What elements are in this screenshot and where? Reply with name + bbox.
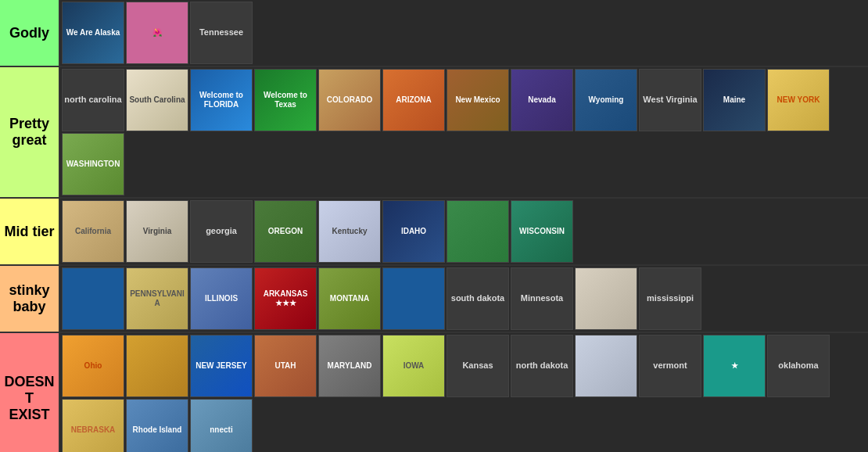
tier-label-pretty-great: Pretty great [0,67,59,197]
item-northdakota2[interactable] [575,335,637,397]
tier-items-godly: We Are Alaska🌺Tennessee [59,0,868,66]
item-arizona[interactable]: ARIZONA [382,69,445,131]
tier-row-mid: Mid tierCaliforniaVirginiageorgiaOREGONK… [0,199,868,266]
item-tennessee[interactable]: Tennessee [190,2,253,64]
item-rhodeisland[interactable]: Rhode Island [126,399,188,452]
item-georgia[interactable]: georgia [190,200,253,263]
item-label-arizona: ARIZONA [394,94,433,106]
item-alaska[interactable]: We Are Alaska [62,2,124,64]
item-nebraska[interactable]: NEBRASKA [62,399,124,452]
item-iowa[interactable]: IOWA [382,335,445,397]
item-texas[interactable]: Welcome to Texas [254,69,317,131]
item-westvirginia[interactable]: West Virginia [639,69,701,131]
item-nevada[interactable]: Nevada [511,69,573,131]
tier-label-stinky: stinky baby [0,266,59,332]
item-southcarolina[interactable]: South Carolina [126,69,188,131]
item-newjersey[interactable]: NEW JERSEY [190,335,253,397]
item-label-newyork: NEW YORK [776,94,822,106]
tier-row-pretty-great: Pretty greatnorth carolinaSouth Carolina… [0,67,868,199]
item-maryland[interactable]: MARYLAND [318,335,381,397]
item-label-utah: UTAH [273,360,297,372]
item-florida[interactable]: Welcome to FLORIDA [190,69,253,131]
tier-row-godly: GodlyWe Are Alaska🌺Tennessee [0,0,868,67]
item-label-kansas: Kansas [461,359,494,372]
item-idaho[interactable]: IDAHO [382,200,445,263]
item-connecticut[interactable]: nnecti [190,399,253,452]
item-label-illinois: ILLINOIS [203,292,239,305]
tier-items-pretty-great: north carolinaSouth CarolinaWelcome to F… [59,67,868,197]
item-label-newmexico: New Mexico [454,94,501,106]
item-label-hawaii: 🌺 [151,27,163,39]
item-illinois[interactable]: ILLINOIS [190,267,253,330]
item-vermont-img[interactable]: ★ [703,335,766,397]
item-kansas[interactable]: Kansas [447,335,509,397]
item-oregon[interactable]: OREGON [254,200,317,263]
item-label-alaska: We Are Alaska [65,27,122,39]
item-missouri[interactable] [126,335,188,397]
item-label-maine: Maine [722,94,747,106]
tier-label-godly: Godly [0,0,59,66]
item-label-wisconsin: WISCONSIN [518,225,566,238]
item-louisiana[interactable] [382,267,445,330]
item-wyoming[interactable]: Wyoming [575,69,637,131]
item-label-southdakota: south dakota [450,292,506,305]
item-ohio[interactable]: Ohio [62,335,124,397]
item-label-vermont-img: ★ [730,360,740,372]
item-label-idaho: IDAHO [400,225,428,238]
item-mississippi[interactable]: mississippi [639,267,701,330]
tier-items-stinky: PENNSYLVANIAILLINOISARKANSAS ★★★MONTANAs… [59,266,868,332]
item-northdakota[interactable]: north dakota [511,335,573,397]
item-label-maryland: MARYLAND [326,360,374,372]
item-vermont[interactable]: vermont [639,335,701,397]
tier-row-stinky: stinky babyPENNSYLVANIAILLINOISARKANSAS … [0,266,868,333]
item-california[interactable]: California [62,200,124,263]
item-label-newjersey: NEW JERSEY [194,360,249,372]
item-kentucky[interactable]: Kentucky [318,200,381,263]
item-label-mississippi: mississippi [645,292,695,305]
item-label-nevada: Nevada [526,94,558,106]
tier-label-doesnt-exist: DOESNT EXIST [0,333,59,452]
item-label-vermont: vermont [651,359,688,372]
item-label-rhodeisland: Rhode Island [131,424,184,436]
item-maine[interactable]: Maine [703,69,766,131]
item-label-oregon: OREGON [267,225,304,238]
item-label-florida: Welcome to FLORIDA [191,89,252,111]
item-southdakota[interactable]: south dakota [447,267,509,330]
item-massachusetts[interactable] [62,267,124,330]
item-label-westvirginia: West Virginia [641,93,698,106]
item-label-northdakota: north dakota [515,359,570,372]
item-label-arkansas: ARKANSAS ★★★ [255,288,316,310]
item-minnesota[interactable]: Minnesota [511,267,573,330]
item-label-nebraska: NEBRASKA [70,424,117,436]
item-northcarolina[interactable]: north carolina [62,69,124,131]
tier-row-doesnt-exist: DOESNT EXISTOhioNEW JERSEYUTAHMARYLANDIO… [0,333,868,452]
item-label-colorado: COLORADO [325,94,374,106]
item-wisconsin[interactable]: WISCONSIN [511,200,573,263]
item-label-connecticut: nnecti [208,424,234,436]
item-label-kentucky: Kentucky [330,225,368,238]
item-label-pennsylvania: PENNSYLVANIA [127,288,188,310]
item-newmexico[interactable]: New Mexico [447,69,509,131]
item-label-california: California [74,225,113,238]
item-virginia[interactable]: Virginia [126,200,188,263]
item-oklahoma[interactable]: oklahoma [767,335,830,397]
item-washington[interactable]: WASHINGTON [62,133,124,196]
item-newyork[interactable]: NEW YORK [767,69,830,131]
item-label-minnesota: Minnesota [519,292,565,305]
item-southdakota2[interactable] [575,267,637,330]
item-colorado[interactable]: COLORADO [318,69,381,131]
tier-items-mid: CaliforniaVirginiageorgiaOREGONKentuckyI… [59,199,868,264]
tier-list: GodlyWe Are Alaska🌺TennesseePretty great… [0,0,868,452]
item-label-wyoming: Wyoming [587,94,626,106]
item-montana[interactable]: MONTANA [318,267,381,330]
item-label-georgia: georgia [204,224,239,238]
item-hawaii[interactable]: 🌺 [126,2,188,64]
item-label-southcarolina: South Carolina [127,94,186,106]
item-indiana[interactable] [447,200,509,263]
item-label-ohio: Ohio [83,360,104,372]
item-label-northcarolina: north carolina [63,93,123,106]
item-label-iowa: IOWA [402,360,426,372]
item-pennsylvania[interactable]: PENNSYLVANIA [126,267,188,330]
item-arkansas[interactable]: ARKANSAS ★★★ [254,267,317,330]
item-utah[interactable]: UTAH [254,335,317,397]
